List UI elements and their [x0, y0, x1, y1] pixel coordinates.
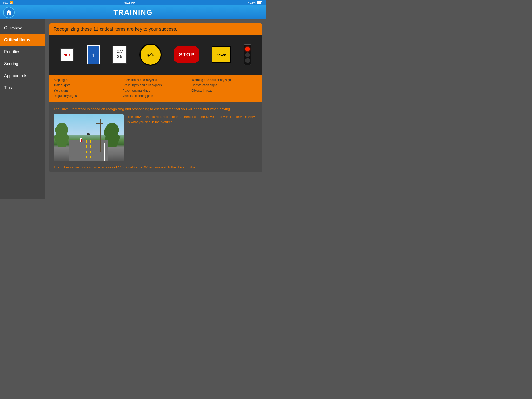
- signs-container: NLY ↑ SPEED LIMIT 25: [49, 35, 262, 75]
- page-title: TRAINING: [113, 8, 152, 17]
- app-header: TRAINING: [0, 5, 266, 19]
- sidebar-item-priorities[interactable]: Priorities: [0, 46, 45, 58]
- items-col1: Stop signs Traffic lights Yield signs Re…: [54, 77, 120, 99]
- home-icon: [5, 9, 12, 16]
- ahead-sign: AHEAD: [212, 46, 231, 63]
- items-col2: Pedestrians and bicyclists Brake lights …: [123, 77, 189, 99]
- sidebar-item-critical-items[interactable]: Critical Items: [0, 34, 45, 46]
- home-button[interactable]: [3, 7, 15, 18]
- road-signs-image: NLY ↑ SPEED LIMIT 25: [49, 35, 262, 75]
- sidebar-item-tips[interactable]: Tips: [0, 82, 45, 94]
- wifi-icon: 📶: [10, 1, 13, 4]
- speed-sign: SPEED LIMIT 25: [112, 46, 127, 64]
- item-warning-signs: Warning and cautionary signs: [191, 77, 258, 83]
- battery-pct: 92%: [250, 1, 256, 4]
- status-bar: iPad 📶 6:15 PM ↗ 92%: [0, 0, 266, 5]
- only-sign: NLY: [60, 48, 74, 61]
- main-layout: Overview Critical Items Priorities Scori…: [0, 19, 266, 200]
- content-area: Recognizing these 11 critical items are …: [45, 19, 266, 200]
- rr-crossing-sign: R R: [139, 44, 162, 66]
- item-construction-signs: Construction signs: [191, 83, 258, 88]
- traffic-light: [244, 44, 251, 65]
- sidebar-item-app-controls[interactable]: App controls: [0, 70, 45, 82]
- items-col3: Warning and cautionary signs Constructio…: [191, 77, 258, 99]
- critical-items-grid: Stop signs Traffic lights Yield signs Re…: [49, 75, 262, 102]
- status-time: 6:15 PM: [124, 1, 135, 4]
- description-text: The Drive Fit Method is based on recogni…: [49, 102, 262, 114]
- sidebar-nav: Overview Critical Items Priorities Scori…: [0, 19, 45, 94]
- status-left: iPad 📶: [3, 1, 13, 4]
- sidebar-item-scoring[interactable]: Scoring: [0, 58, 45, 70]
- item-traffic-lights: Traffic lights: [54, 83, 120, 88]
- item-pedestrians: Pedestrians and bicyclists: [123, 77, 189, 83]
- arrow-sign: ↑: [87, 45, 100, 64]
- stop-sign: STOP: [174, 46, 199, 63]
- driver-description: The "driver" that is referred to in the …: [127, 114, 258, 125]
- bottom-text: The following sections show examples of …: [49, 165, 262, 172]
- item-brake-lights: Brake lights and turn signals: [123, 83, 189, 88]
- item-pavement-markings: Pavement markings: [123, 88, 189, 93]
- item-vehicles-entering: Vehicles entering path: [123, 93, 189, 98]
- sidebar: Overview Critical Items Priorities Scori…: [0, 19, 45, 200]
- orange-banner: Recognizing these 11 critical items are …: [49, 23, 262, 35]
- status-right: ↗ 92%: [247, 1, 263, 4]
- item-regulatory-signs: Regulatory signs: [54, 93, 120, 98]
- content-card: Recognizing these 11 critical items are …: [49, 23, 262, 172]
- banner-text: Recognizing these 11 critical items are …: [49, 23, 262, 35]
- item-objects-in-road: Objects in road: [191, 88, 258, 93]
- device-label: iPad: [3, 1, 8, 4]
- location-icon: ↗: [247, 1, 249, 4]
- road-section: The "driver" that is referred to in the …: [49, 114, 262, 165]
- battery-indicator: [257, 1, 263, 4]
- road-photo: [54, 114, 124, 161]
- sidebar-item-overview[interactable]: Overview: [0, 22, 45, 34]
- item-stop-signs: Stop signs: [54, 77, 120, 83]
- item-yield-signs: Yield signs: [54, 88, 120, 93]
